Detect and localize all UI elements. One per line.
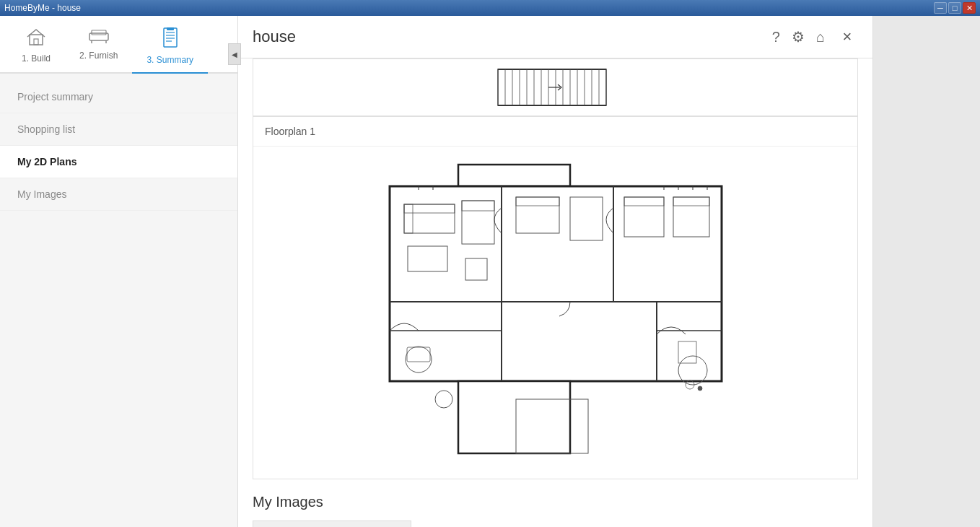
svg-rect-31 xyxy=(390,186,722,381)
modal-title: house xyxy=(253,27,296,46)
summary-icon xyxy=(162,27,178,52)
modal-body: Floorplan 1 xyxy=(238,58,872,527)
svg-rect-0 xyxy=(30,35,43,45)
minimize-button[interactable]: ─ xyxy=(934,2,947,14)
sidebar-item-shopping-list[interactable]: Shopping list xyxy=(0,113,237,146)
maximize-button[interactable]: □ xyxy=(948,2,961,14)
settings-icon[interactable]: ⚙ xyxy=(792,28,805,45)
sidebar: 1. Build 2. Furnish xyxy=(0,16,238,527)
floorplan-label: Floorplan 1 xyxy=(253,117,857,147)
app-container: 1. Build 2. Furnish xyxy=(0,16,980,527)
home-icon[interactable]: ⌂ xyxy=(816,29,825,45)
help-icon[interactable]: ? xyxy=(772,29,780,45)
tab-build-label: 1. Build xyxy=(22,53,51,64)
app-title: HomeByMe - house xyxy=(4,3,81,13)
svg-rect-3 xyxy=(92,30,106,35)
svg-point-61 xyxy=(698,386,702,391)
svg-rect-6 xyxy=(164,28,177,47)
furnish-icon xyxy=(88,27,110,48)
content-area: house ? ⚙ ⌂ × xyxy=(238,16,980,527)
build-icon xyxy=(27,27,45,51)
svg-rect-30 xyxy=(458,165,570,186)
modal-header: house ? ⚙ ⌂ × xyxy=(238,16,872,58)
staircase-svg xyxy=(404,66,707,109)
sidebar-item-project-summary[interactable]: Project summary xyxy=(0,81,237,113)
tab-furnish[interactable]: 2. Furnish xyxy=(65,22,132,74)
tab-build[interactable]: 1. Build xyxy=(7,22,65,74)
header-icons: ? ⚙ ⌂ × xyxy=(772,26,858,48)
top-partial-section xyxy=(253,58,858,116)
svg-rect-32 xyxy=(458,381,570,453)
floorplan-container xyxy=(253,147,857,479)
floorplan-svg xyxy=(346,161,765,464)
sidebar-item-my-2d-plans[interactable]: My 2D Plans xyxy=(0,146,237,178)
my-images-section: My Images xyxy=(253,494,858,527)
title-bar-left: HomeByMe - house xyxy=(4,3,81,13)
my-images-title: My Images xyxy=(253,494,858,510)
sidebar-item-my-images[interactable]: My Images xyxy=(0,178,237,211)
title-bar-controls: ─ □ ✕ xyxy=(934,2,976,14)
nav-tabs: 1. Build 2. Furnish xyxy=(0,16,237,74)
modal-panel: house ? ⚙ ⌂ × xyxy=(238,16,873,527)
title-bar: HomeByMe - house ─ □ ✕ xyxy=(0,0,980,16)
tab-summary-label: 3. Summary xyxy=(146,55,193,65)
modal-close-button[interactable]: × xyxy=(836,26,858,48)
tab-summary[interactable]: 3. Summary xyxy=(132,22,208,74)
svg-rect-11 xyxy=(167,27,174,30)
tab-furnish-label: 2. Furnish xyxy=(79,51,118,61)
floorplan-section: Floorplan 1 xyxy=(253,116,858,479)
svg-point-56 xyxy=(435,391,452,408)
sidebar-toggle[interactable]: ◀ xyxy=(228,43,241,65)
close-button[interactable]: ✕ xyxy=(963,2,976,14)
my-images-placeholder xyxy=(253,521,411,527)
sidebar-menu: Project summary Shopping list My 2D Plan… xyxy=(0,74,237,218)
svg-rect-1 xyxy=(34,39,38,45)
